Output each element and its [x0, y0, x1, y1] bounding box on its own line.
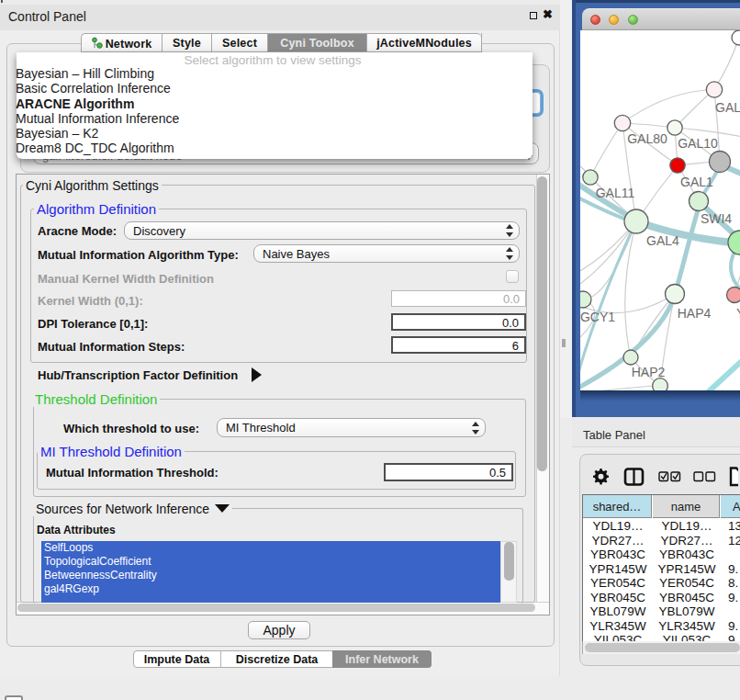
svg-text:GAL4: GAL4: [646, 233, 679, 248]
svg-text:Y: Y: [736, 306, 740, 321]
svg-text:HAP4: HAP4: [678, 306, 712, 321]
svg-text:GAL80: GAL80: [627, 131, 667, 146]
svg-text:GAL11: GAL11: [596, 186, 635, 200]
svg-text:GAL: GAL: [715, 100, 740, 115]
svg-text:HAP2: HAP2: [632, 365, 666, 379]
svg-text:GAL10: GAL10: [678, 136, 718, 151]
svg-text:GCY1: GCY1: [580, 310, 615, 324]
svg-text:GAL1: GAL1: [680, 175, 713, 189]
svg-text:SWI4: SWI4: [701, 211, 732, 226]
